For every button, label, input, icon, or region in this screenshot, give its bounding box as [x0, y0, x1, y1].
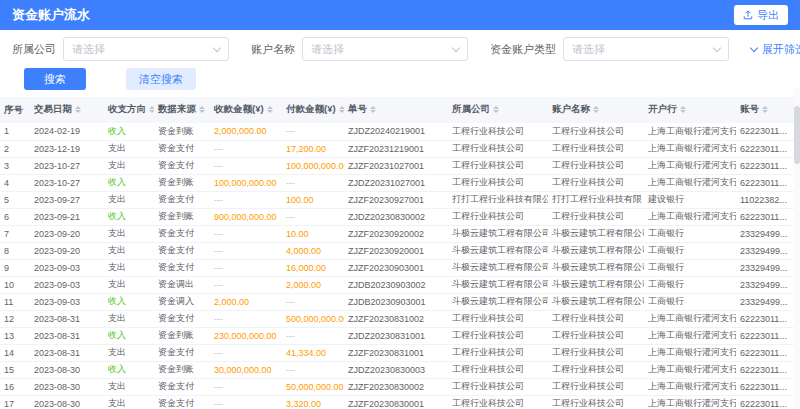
cell-bank: 上海工商银行灌河支行	[644, 157, 736, 174]
cell-receive: 230,000,000.00	[210, 327, 282, 344]
cell-date: 2024-02-19	[30, 123, 104, 140]
table-row: 112023-09-03收入资金调入2,000.00---ZJDB2023090…	[0, 293, 800, 310]
cell-company: 工程行业科技公司	[448, 140, 548, 157]
cell-receive: ---	[210, 395, 282, 409]
sort-icon[interactable]	[199, 103, 205, 116]
sort-icon[interactable]	[339, 103, 344, 116]
cell-no: 2	[0, 140, 30, 157]
cell-receive: ---	[210, 344, 282, 361]
export-icon	[743, 10, 753, 20]
cell-bank: 建设银行	[644, 191, 736, 208]
cell-company: 斗极云建筑工程有限公司	[448, 293, 548, 310]
cell-direction: 支出	[104, 140, 154, 157]
cell-account: 23329499...	[736, 242, 800, 259]
col-label: 序号	[4, 104, 23, 115]
table-row: 122023-08-31支出资金支付---500,000,000.00ZJZF2…	[0, 310, 800, 327]
cell-receive: 100,000,000.00	[210, 174, 282, 191]
cell-no: 10	[0, 276, 30, 293]
cell-order: ZJDZ20230830003	[344, 361, 448, 378]
company-select[interactable]: 请选择	[63, 37, 229, 61]
company-select-placeholder: 请选择	[72, 42, 105, 57]
filter-company-label: 所属公司	[12, 42, 56, 57]
cell-account: 62223011...	[736, 344, 800, 361]
cell-bank: 上海工商银行灌河支行	[644, 344, 736, 361]
cell-source: 资金支付	[154, 378, 210, 395]
cell-order: ZJZF20230830001	[344, 395, 448, 409]
filter-company: 所属公司 请选择	[12, 37, 229, 61]
cell-receive: ---	[210, 310, 282, 327]
cell-pay: ---	[282, 293, 344, 310]
export-button[interactable]: 导出	[734, 5, 788, 25]
cell-bank: 上海工商银行灌河支行	[644, 208, 736, 225]
col-header-date[interactable]: 交易日期	[30, 97, 104, 123]
col-header-receive[interactable]: 收款金额(¥)	[210, 97, 282, 123]
cell-pay: 17,200.00	[282, 140, 344, 157]
cell-date: 2023-09-03	[30, 293, 104, 310]
cell-company: 工程行业科技公司	[448, 310, 548, 327]
cell-bank: 工商银行	[644, 242, 736, 259]
account-type-select[interactable]: 请选择	[563, 37, 729, 61]
sort-icon[interactable]	[267, 103, 273, 116]
cell-account: 62223011...	[736, 361, 800, 378]
cell-account: 62223011...	[736, 208, 800, 225]
cell-no: 11	[0, 293, 30, 310]
cell-no: 16	[0, 378, 30, 395]
cell-bank: 上海工商银行灌河支行	[644, 174, 736, 191]
search-button[interactable]: 搜索	[24, 68, 86, 90]
cell-account: 23329499...	[736, 293, 800, 310]
cell-company: 工程行业科技公司	[448, 174, 548, 191]
cell-date: 2023-08-30	[30, 378, 104, 395]
cell-date: 2023-09-03	[30, 259, 104, 276]
cell-direction: 支出	[104, 259, 154, 276]
chevron-down-icon	[750, 43, 758, 51]
cell-receive: 2,000.00	[210, 293, 282, 310]
expand-filters-link[interactable]: 展开筛选	[751, 42, 800, 57]
table-row: 92023-09-03支出资金支付---16,000.00ZJZF2023090…	[0, 259, 800, 276]
cell-source: 资金到账	[154, 123, 210, 140]
cell-pay: 41,334.00	[282, 344, 344, 361]
cell-bank: 工商银行	[644, 293, 736, 310]
sort-icon[interactable]	[762, 103, 768, 116]
cell-direction: 支出	[104, 157, 154, 174]
cell-order: ZJDB20230903002	[344, 276, 448, 293]
cell-date: 2023-09-20	[30, 242, 104, 259]
cell-order: ZJZF20230920001	[344, 242, 448, 259]
col-header-company[interactable]: 所属公司	[448, 97, 548, 123]
scrollbar-thumb[interactable]	[794, 106, 800, 164]
cell-direction: 支出	[104, 191, 154, 208]
col-header-account[interactable]: 账号	[736, 97, 800, 123]
cell-account_name: 工程行业科技公司	[548, 327, 644, 344]
sort-icon[interactable]	[680, 103, 686, 116]
sort-icon[interactable]	[493, 103, 499, 116]
vertical-scrollbar[interactable]	[794, 88, 800, 409]
col-header-direction[interactable]: 收支方向	[104, 97, 154, 123]
sort-icon[interactable]	[593, 103, 599, 116]
col-header-account_name[interactable]: 账户名称	[548, 97, 644, 123]
cell-source: 资金支付	[154, 344, 210, 361]
filter-panel: 所属公司 请选择 账户名称 请选择 资金账户类型 请选择 展开筛选 搜索	[0, 30, 800, 97]
col-label: 收支方向	[108, 104, 146, 115]
account-name-select-placeholder: 请选择	[311, 42, 344, 57]
cell-date: 2023-09-21	[30, 208, 104, 225]
cell-source: 资金支付	[154, 242, 210, 259]
col-header-bank[interactable]: 开户行	[644, 97, 736, 123]
account-name-select[interactable]: 请选择	[302, 37, 468, 61]
cell-source: 资金支付	[154, 191, 210, 208]
cell-source: 资金支付	[154, 157, 210, 174]
cell-source: 资金调出	[154, 276, 210, 293]
cell-company: 斗极云建筑工程有限公司	[448, 259, 548, 276]
col-header-order[interactable]: 单号	[344, 97, 448, 123]
clear-search-button[interactable]: 清空搜索	[126, 68, 196, 90]
cell-company: 工程行业科技公司	[448, 395, 548, 409]
cell-pay: 100,000,000.00	[282, 157, 344, 174]
sort-icon[interactable]	[370, 103, 376, 116]
col-header-pay[interactable]: 付款金额(¥)	[282, 97, 344, 123]
table-row: 62023-09-21收入资金到账900,000,000.00---ZJDZ20…	[0, 208, 800, 225]
sort-icon[interactable]	[75, 103, 81, 116]
cell-bank: 工商银行	[644, 259, 736, 276]
cell-account: 23329499...	[736, 225, 800, 242]
sort-icon[interactable]	[149, 103, 154, 116]
col-header-source[interactable]: 数据来源	[154, 97, 210, 123]
cell-account_name: 工程行业科技公司	[548, 157, 644, 174]
cell-company: 工程行业科技公司	[448, 327, 548, 344]
